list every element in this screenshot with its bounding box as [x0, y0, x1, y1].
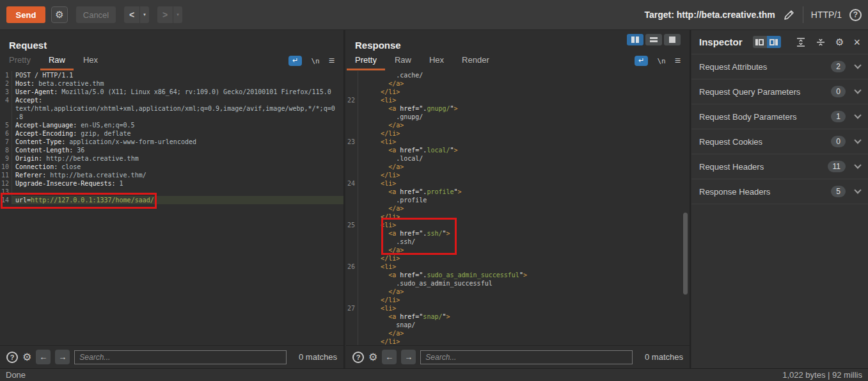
search-next-button[interactable]: →: [55, 350, 70, 364]
code-line[interactable]: 8Content-Length: 36: [0, 146, 343, 154]
code-line[interactable]: </a>: [346, 288, 690, 296]
word-wrap-icon[interactable]: ↵: [635, 56, 648, 66]
code-line[interactable]: <a href="snap/">: [346, 312, 690, 321]
search-settings-gear-icon[interactable]: ⚙: [22, 351, 31, 363]
edit-target-pencil-icon[interactable]: [783, 9, 795, 21]
collapse-all-icon[interactable]: [816, 37, 826, 47]
code-line[interactable]: 22 <li>: [346, 96, 690, 104]
code-line[interactable]: .ssh/: [346, 238, 690, 246]
send-settings-gear-icon[interactable]: ⚙: [51, 6, 68, 23]
tab-hex[interactable]: Hex: [429, 55, 444, 70]
send-button[interactable]: Send: [6, 6, 45, 23]
code-line[interactable]: 12Upgrade-Insecure-Requests: 1: [0, 179, 343, 188]
code-line[interactable]: .8: [0, 113, 343, 121]
inspector-section-request-body-parameters[interactable]: Request Body Parameters1: [691, 104, 868, 129]
word-wrap-icon[interactable]: ↵: [288, 56, 302, 66]
code-line[interactable]: 2Host: beta.creative.thm: [0, 79, 343, 88]
chevron-down-icon[interactable]: [854, 111, 861, 118]
code-line[interactable]: .profile: [346, 196, 690, 204]
code-line[interactable]: 14url=http://127.0.0.1:1337/home/saad/: [0, 196, 343, 204]
code-line[interactable]: 23 <li>: [346, 138, 690, 146]
inspector-section-request-cookies[interactable]: Request Cookies0: [691, 129, 868, 154]
expand-all-icon[interactable]: [796, 37, 806, 47]
http-version-selector[interactable]: HTTP/1: [811, 10, 842, 20]
code-line[interactable]: 27 <li>: [346, 304, 690, 312]
code-line[interactable]: </li>: [346, 254, 690, 263]
history-back-button[interactable]: <: [124, 6, 139, 23]
code-line[interactable]: text/html,application/xhtml+xml,applicat…: [0, 104, 343, 113]
history-back-dropdown[interactable]: ▾: [139, 6, 149, 23]
code-line[interactable]: 7Content-Type: application/x-www-form-ur…: [0, 138, 343, 146]
layout-single-button[interactable]: [664, 34, 681, 45]
code-line[interactable]: <a href=".ssh/">: [346, 229, 690, 238]
inspector-section-request-query-parameters[interactable]: Request Query Parameters0: [691, 79, 868, 104]
tab-pretty[interactable]: Pretty: [9, 55, 31, 70]
code-line[interactable]: <a href=".sudo_as_admin_successful">: [346, 271, 690, 279]
code-line[interactable]: <a href=".profile">: [346, 188, 690, 196]
code-line[interactable]: 11Referer: http://beta.creative.thm/: [0, 171, 343, 179]
cancel-button[interactable]: Cancel: [76, 6, 116, 23]
editor-menu-icon[interactable]: ≡: [675, 58, 681, 64]
tab-render[interactable]: Render: [462, 55, 489, 70]
tab-hex[interactable]: Hex: [83, 55, 98, 70]
inspector-dock-right-button[interactable]: [767, 36, 781, 48]
code-line[interactable]: 24 <li>: [346, 179, 690, 188]
search-prev-button[interactable]: ←: [382, 350, 397, 364]
request-search-input[interactable]: [74, 350, 287, 364]
inspector-section-request-headers[interactable]: Request Headers11: [691, 154, 868, 179]
code-line[interactable]: .gnupg/: [346, 113, 690, 121]
search-next-button[interactable]: →: [401, 350, 416, 364]
inspector-settings-gear-icon[interactable]: ⚙: [835, 36, 844, 48]
code-line[interactable]: 5Accept-Language: en-US,en;q=0.5: [0, 121, 343, 129]
chevron-down-icon[interactable]: [854, 136, 861, 143]
code-line[interactable]: 3User-Agent: Mozilla/5.0 (X11; Linux x86…: [0, 88, 343, 96]
search-prev-button[interactable]: ←: [36, 350, 51, 364]
editor-menu-icon[interactable]: ≡: [329, 58, 335, 64]
code-line[interactable]: </li>: [346, 296, 690, 304]
show-newlines-icon[interactable]: \n: [657, 57, 665, 65]
code-line[interactable]: 26 <li>: [346, 263, 690, 271]
code-line[interactable]: <a href=".local/">: [346, 146, 690, 154]
chevron-down-icon[interactable]: [854, 86, 861, 93]
layout-columns-button[interactable]: [627, 34, 643, 45]
code-line[interactable]: </a>: [346, 246, 690, 254]
code-line[interactable]: </li>: [346, 213, 690, 221]
search-help-icon[interactable]: ?: [352, 352, 364, 363]
code-line[interactable]: </li>: [346, 129, 690, 138]
code-line[interactable]: 6Accept-Encoding: gzip, deflate: [0, 129, 343, 138]
response-search-input[interactable]: [420, 350, 633, 364]
code-line[interactable]: 13: [0, 188, 343, 196]
inspector-dock-left-button[interactable]: [753, 36, 767, 48]
help-icon[interactable]: ?: [849, 9, 862, 21]
history-forward-button[interactable]: >: [157, 6, 173, 23]
history-forward-dropdown[interactable]: ▾: [173, 6, 182, 23]
code-line[interactable]: 25 <li>: [346, 221, 690, 229]
layout-stacked-button[interactable]: [645, 34, 662, 45]
code-line[interactable]: 4Accept:: [0, 96, 343, 104]
code-line[interactable]: </a>: [346, 79, 690, 88]
search-help-icon[interactable]: ?: [6, 352, 18, 363]
code-line[interactable]: </li>: [346, 337, 690, 345]
code-line[interactable]: .cache/: [346, 71, 690, 79]
tab-raw[interactable]: Raw: [49, 55, 65, 70]
chevron-down-icon[interactable]: [854, 186, 861, 193]
request-editor[interactable]: 1POST / HTTP/1.12Host: beta.creative.thm…: [0, 70, 343, 345]
inspector-section-request-attributes[interactable]: Request Attributes2: [691, 54, 868, 79]
code-line[interactable]: snap/: [346, 321, 690, 329]
tab-pretty[interactable]: Pretty: [355, 55, 377, 70]
tab-raw[interactable]: Raw: [395, 55, 411, 70]
code-line[interactable]: </li>: [346, 171, 690, 179]
code-line[interactable]: .sudo_as_admin_successful: [346, 279, 690, 288]
code-line[interactable]: </a>: [346, 163, 690, 171]
code-line[interactable]: </a>: [346, 121, 690, 129]
inspector-close-icon[interactable]: ×: [853, 38, 860, 47]
code-line[interactable]: .local/: [346, 154, 690, 163]
code-line[interactable]: 10Connection: close: [0, 163, 343, 171]
code-line[interactable]: </a>: [346, 204, 690, 213]
chevron-down-icon[interactable]: [854, 161, 861, 168]
show-newlines-icon[interactable]: \n: [311, 57, 319, 65]
response-editor[interactable]: .cache/ </a> </li>22 <li> <a href=".gnup…: [346, 70, 690, 345]
chevron-down-icon[interactable]: [854, 61, 861, 69]
inspector-section-response-headers[interactable]: Response Headers5: [691, 179, 868, 204]
code-line[interactable]: 9Origin: http://beta.creative.thm: [0, 154, 343, 163]
